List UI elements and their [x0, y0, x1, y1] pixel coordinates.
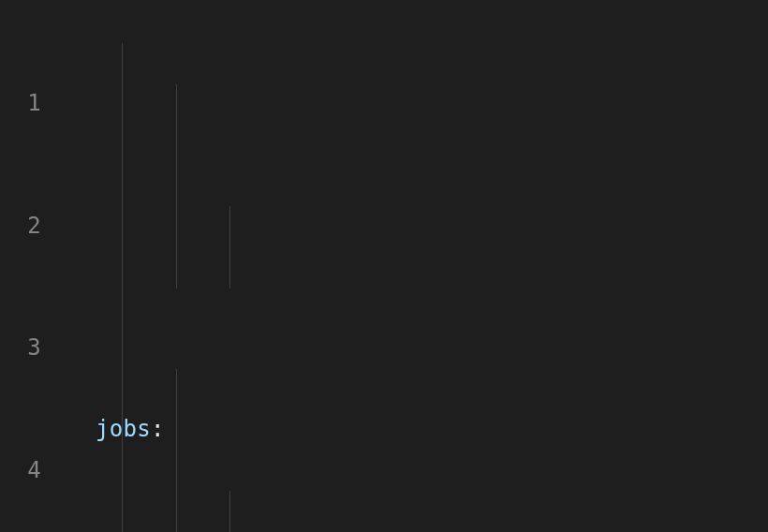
code-line[interactable]: jobs: — [96, 409, 482, 451]
indent-guide — [176, 84, 177, 288]
line-number: 3 — [0, 328, 41, 369]
line-number-gutter: 1 2 3 4 5 6 7 8 9 10 11 12 13 — [0, 0, 58, 532]
indent-guide — [229, 491, 230, 532]
indent-guide — [176, 369, 177, 532]
line-number: 2 — [0, 206, 41, 247]
code-editor[interactable]: 1 2 3 4 5 6 7 8 9 10 11 12 13 jobs: main… — [0, 0, 768, 532]
line-number: 1 — [0, 83, 41, 125]
code-area[interactable]: jobs: main: requires: [~commit] image: n… — [58, 0, 482, 532]
colon: : — [151, 416, 165, 442]
line-number: 4 — [0, 451, 41, 492]
indent-guide — [229, 206, 230, 288]
indent-guide — [122, 43, 123, 532]
yaml-key: jobs — [96, 416, 151, 442]
